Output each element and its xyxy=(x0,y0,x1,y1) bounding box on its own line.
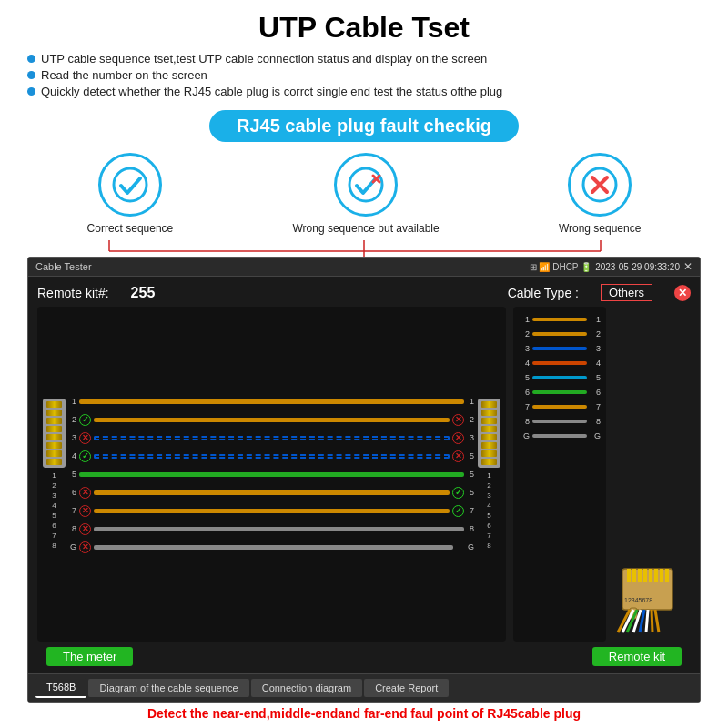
window-time: 2023-05-29 09:33:20 xyxy=(595,262,680,272)
icon-correct: Correct sequence xyxy=(87,153,174,235)
remote-wire-7: 7 7 xyxy=(519,399,601,413)
rpin-6 xyxy=(481,442,497,449)
rwire-1 xyxy=(532,318,587,321)
remote-diagram-section: 1 1 2 2 3 3 xyxy=(513,307,606,642)
pin-1 xyxy=(46,401,62,408)
rwire-2 xyxy=(532,332,587,336)
rwire-5 xyxy=(532,376,587,379)
bullet-dot-1 xyxy=(27,55,35,63)
rwire-8 xyxy=(532,420,587,423)
rj45-plug-visual: 12345678 xyxy=(613,307,691,642)
remote-wires: 1 1 2 2 3 3 xyxy=(519,312,601,442)
bullet-item-3: Quickly detect whether the RJ45 cable pl… xyxy=(27,85,701,98)
pin-8 xyxy=(46,459,62,465)
wire-row-1: 1 1 xyxy=(69,393,474,410)
wire-seg-g xyxy=(94,545,453,550)
cable-type-label: Cable Type : xyxy=(508,286,579,300)
wire-row-g: G ✕ G xyxy=(69,539,474,556)
close-button[interactable]: ✕ xyxy=(683,260,693,273)
wire-g-left-x: ✕ xyxy=(79,541,91,553)
left-connector: 12 34 56 78 xyxy=(43,399,66,550)
pin-5 xyxy=(46,434,62,440)
left-pin-labels: 12 34 56 78 xyxy=(52,471,56,550)
window-titlebar: Cable Tester ⊞ 📶 DHCP 🔋 2023-05-29 09:33… xyxy=(28,258,700,277)
wire-row-5: 5 5 xyxy=(69,466,474,483)
svg-rect-17 xyxy=(643,569,647,582)
svg-rect-21 xyxy=(665,569,669,582)
wire-7-left-x: ✕ xyxy=(79,505,91,517)
wrong-available-label: Wrong sequence but available xyxy=(292,222,439,235)
tab-cable-sequence[interactable]: Diagram of the cable sequence xyxy=(88,679,248,697)
page-container: UTP Cable Tset UTP cable sequence tset,t… xyxy=(0,0,728,728)
icon-wrong-available: Wrong sequence but available xyxy=(292,153,439,235)
icons-row: Correct sequence Wrong sequence but avai… xyxy=(27,153,701,235)
svg-rect-19 xyxy=(654,569,658,582)
svg-text:12345678: 12345678 xyxy=(624,597,652,603)
wire-seg-1 xyxy=(79,399,464,404)
remote-wire-g: G G xyxy=(519,429,601,442)
tab-t568b[interactable]: T568B xyxy=(35,678,86,698)
cable-type-value: Others xyxy=(601,284,652,301)
top-info-row: Remote kit#: 255 Cable Type : Others ✕ xyxy=(37,284,691,301)
rpin-5 xyxy=(481,434,497,440)
svg-line-29 xyxy=(655,610,659,632)
bottom-text: Detect the near-end,middle-endand far-en… xyxy=(147,703,581,721)
rpin-4 xyxy=(481,426,497,432)
page-title: UTP Cable Tset xyxy=(258,11,470,45)
rwire-4 xyxy=(532,361,587,365)
wire-seg-2 xyxy=(94,418,450,422)
rpin-7 xyxy=(481,450,497,457)
bullet-item-1: UTP cable sequence tset,test UTP cable c… xyxy=(27,52,701,66)
svg-point-1 xyxy=(349,168,382,201)
bullet-dot-2 xyxy=(27,71,35,79)
svg-rect-15 xyxy=(632,569,636,582)
remote-kit-value: 255 xyxy=(131,285,156,301)
connector-lines xyxy=(27,240,701,257)
wire-3-right-x: ✕ xyxy=(452,432,464,444)
svg-line-28 xyxy=(652,610,652,632)
remote-wire-6: 6 6 xyxy=(519,385,601,399)
wire-row-6: 6 ✕ ✓ 5 xyxy=(69,484,474,501)
rwire-3 xyxy=(532,347,587,350)
rj45-banner: RJ45 cable plug fault checkig xyxy=(209,110,519,142)
wire-2-right-x: ✕ xyxy=(452,414,464,426)
cable-tester-window: Cable Tester ⊞ 📶 DHCP 🔋 2023-05-29 09:33… xyxy=(27,257,701,703)
right-pins-block xyxy=(478,399,500,468)
left-cable-section: 12 34 56 78 1 1 xyxy=(37,307,506,642)
rwire-g xyxy=(532,434,587,438)
wire-seg-5 xyxy=(79,472,464,477)
tab-create-report[interactable]: Create Report xyxy=(364,679,449,697)
window-title: Cable Tester xyxy=(35,261,524,272)
svg-rect-14 xyxy=(627,569,631,582)
wire-4-left-check: ✓ xyxy=(79,450,91,462)
label-row: The meter Remote kit xyxy=(37,647,691,666)
remote-wire-2: 2 2 xyxy=(519,327,601,340)
wire-row-4: 4 ✓ ✕ 5 xyxy=(69,448,474,465)
wrong-label: Wrong sequence xyxy=(559,222,642,235)
wire-2-left-check: ✓ xyxy=(79,414,91,426)
bullet-list: UTP cable sequence tset,test UTP cable c… xyxy=(27,52,701,101)
icon-wrong: Wrong sequence xyxy=(559,153,642,235)
wire-3-left-x: ✕ xyxy=(79,432,91,444)
right-pin-labels: 12 34 56 78 xyxy=(487,471,490,550)
pin-3 xyxy=(46,418,62,424)
main-display-area: 12 34 56 78 1 1 xyxy=(37,307,691,642)
meter-label[interactable]: The meter xyxy=(46,647,133,666)
pin-2 xyxy=(46,410,62,416)
rwire-7 xyxy=(532,405,587,409)
remote-kit-label-btn[interactable]: Remote kit xyxy=(592,647,682,666)
tab-connection-diagram[interactable]: Connection diagram xyxy=(251,679,362,697)
wire-6-left-x: ✕ xyxy=(79,487,91,499)
remote-wire-1: 1 1 xyxy=(519,312,601,326)
plug-svg-area: 12345678 xyxy=(613,564,691,642)
wire-seg-3 xyxy=(94,436,450,440)
pin-4 xyxy=(46,426,62,432)
pin-6 xyxy=(46,442,62,449)
wire-seg-7 xyxy=(94,509,450,513)
bullet-item-2: Read the number on the screen xyxy=(27,68,701,82)
wire-row-7: 7 ✕ ✓ 7 xyxy=(69,502,474,520)
wire-row-8: 8 ✕ 8 xyxy=(69,521,474,538)
remote-wire-5: 5 5 xyxy=(519,370,601,384)
wire-7-right-check: ✓ xyxy=(452,505,464,517)
cable-type-clear-button[interactable]: ✕ xyxy=(674,285,691,301)
